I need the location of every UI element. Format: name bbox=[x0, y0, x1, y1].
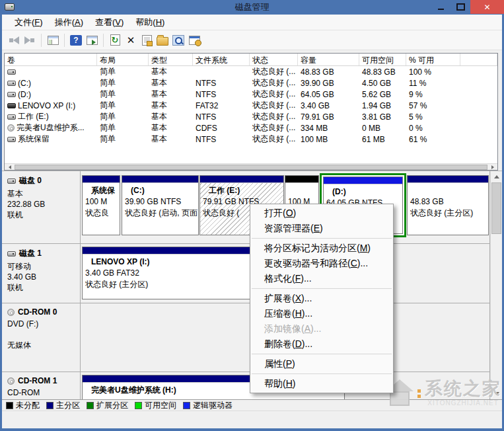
menu-item[interactable]: 帮助(H) bbox=[129, 15, 170, 30]
cell-free: 48.83 GB bbox=[359, 67, 406, 77]
help-icon[interactable]: ? bbox=[69, 34, 83, 47]
disk-0-row: 磁盘 0 基本 232.88 GB 联机 系统保 100 M 状态良 (C:) … bbox=[2, 171, 489, 244]
cdrom-0-row: CD-ROM 0 DVD (F:) 无媒体 bbox=[2, 303, 489, 372]
cell-layout: 简单 bbox=[97, 77, 149, 89]
vertical-scrollbar[interactable] bbox=[490, 171, 501, 399]
disk-status: 无媒体 bbox=[7, 340, 80, 350]
partition-label: 工作 (E:) bbox=[203, 185, 281, 196]
cell-layout: 简单 bbox=[97, 66, 149, 77]
menu-item[interactable]: 查看(V) bbox=[89, 15, 129, 30]
scroll-up-icon[interactable] bbox=[491, 172, 501, 182]
legend-color-swatch bbox=[6, 402, 13, 409]
disk-status: 联机 bbox=[7, 210, 80, 220]
table-row[interactable]: 工作 (E:)简单基本NTFS状态良好 (...79.91 GB3.81 GB5… bbox=[5, 111, 497, 122]
open-folder-icon[interactable] bbox=[156, 34, 169, 47]
table-row[interactable]: (D:)简单基本NTFS状态良好 (...64.05 GB5.62 GB9 % bbox=[5, 89, 497, 100]
cell-pct: 5 % bbox=[406, 112, 460, 122]
context-menu-item[interactable]: 将分区标记为活动分区(M) bbox=[250, 241, 393, 256]
scrollbar-thumb[interactable] bbox=[15, 165, 487, 170]
context-menu-item[interactable]: 属性(P) bbox=[250, 356, 393, 372]
cell-capacity: 79.91 GB bbox=[298, 112, 359, 122]
partition-size: 100 M bbox=[85, 196, 117, 208]
column-header[interactable]: 类型 bbox=[149, 54, 193, 65]
partition-status: 状态良好 (主分区) bbox=[410, 208, 486, 219]
cdrom-1-panel[interactable]: CD-ROM 1 CD-ROM 334 MB bbox=[2, 372, 81, 399]
partition-c[interactable]: (C:) 39.90 GB NTFS 状态良好 (启动, 页面 bbox=[122, 175, 199, 235]
menu-separator bbox=[252, 238, 392, 239]
context-menu-item[interactable]: 压缩卷(H)... bbox=[250, 306, 393, 321]
logical-drive-band bbox=[324, 177, 402, 184]
zoom-icon[interactable] bbox=[172, 34, 185, 47]
cell-name bbox=[5, 69, 97, 75]
legend-color-swatch bbox=[183, 402, 190, 409]
disk-0-panel[interactable]: 磁盘 0 基本 232.88 GB 联机 bbox=[2, 171, 81, 243]
cell-pct: 57 % bbox=[406, 101, 460, 110]
menu-item[interactable]: 操作(A) bbox=[49, 15, 89, 30]
cell-capacity: 39.90 GB bbox=[298, 79, 359, 88]
forward-icon[interactable] bbox=[23, 34, 36, 47]
menu-item[interactable]: 文件(F) bbox=[9, 15, 49, 30]
delete-icon[interactable]: ✕ bbox=[124, 34, 137, 47]
partition-status: 状态良 bbox=[85, 208, 117, 219]
cell-type: 基本 bbox=[149, 111, 193, 122]
column-header[interactable]: 文件系统 bbox=[193, 54, 250, 65]
cell-free: 4.50 GB bbox=[359, 79, 406, 88]
column-header[interactable]: 可用空间 bbox=[359, 54, 406, 65]
cell-pct: 11 % bbox=[406, 79, 460, 88]
table-row[interactable]: LENOVO XP (I:)简单基本FAT32状态良好 (...3.40 GB1… bbox=[5, 100, 497, 111]
column-header[interactable]: 布局 bbox=[97, 54, 149, 65]
disk-status: 联机 bbox=[7, 282, 80, 293]
back-icon[interactable] bbox=[7, 34, 20, 47]
cd-icon bbox=[7, 309, 15, 316]
toolbar: ? ↻ ✕ bbox=[2, 30, 502, 50]
table-row[interactable]: 完美者U盘维护系...简单基本CDFS状态良好 (...334 MB0 MB0 … bbox=[5, 122, 497, 134]
column-header[interactable]: 卷 bbox=[5, 54, 97, 65]
disk-size: 3.40 GB bbox=[7, 272, 80, 282]
cell-type: 基本 bbox=[149, 66, 193, 77]
close-button[interactable]: ✕ bbox=[470, 0, 504, 14]
cell-fs: CDFS bbox=[193, 124, 250, 133]
context-menu-item[interactable]: 资源管理器(E) bbox=[250, 221, 393, 236]
disk-manage-icon[interactable] bbox=[188, 34, 201, 47]
table-row[interactable]: 系统保留简单基本NTFS状态良好 (...100 MB61 MB61 % bbox=[5, 134, 497, 145]
refresh-icon[interactable]: ↻ bbox=[108, 34, 122, 47]
legend-color-swatch bbox=[87, 402, 94, 409]
context-menu-item[interactable]: 删除卷(D)... bbox=[250, 336, 393, 352]
window-border bbox=[0, 15, 2, 431]
scroll-right-icon[interactable] bbox=[487, 164, 497, 170]
action-pane-icon[interactable] bbox=[85, 34, 98, 47]
cell-layout: 简单 bbox=[97, 122, 149, 134]
context-menu-item[interactable]: 帮助(H) bbox=[250, 376, 393, 391]
cell-free: 5.62 GB bbox=[359, 90, 406, 99]
console-tree-icon[interactable] bbox=[46, 34, 59, 47]
window-border bbox=[0, 428, 504, 431]
scroll-left-icon[interactable] bbox=[5, 164, 15, 170]
context-menu-item[interactable]: 打开(O) bbox=[250, 206, 393, 221]
maximize-button[interactable] bbox=[450, 0, 470, 14]
table-row[interactable]: 简单基本状态良好 (...48.83 GB48.83 GB100 % bbox=[5, 66, 497, 77]
column-header[interactable]: 容量 bbox=[298, 54, 359, 65]
table-row[interactable]: (C:)简单基本NTFS状态良好 (...39.90 GB4.50 GB11 % bbox=[5, 77, 497, 89]
legend-color-swatch bbox=[135, 402, 142, 409]
partition-48gb[interactable]: 48.83 GB 状态良好 (主分区) bbox=[407, 175, 489, 235]
column-header[interactable]: 状态 bbox=[250, 54, 298, 65]
disk-1-panel[interactable]: 磁盘 1 可移动 3.40 GB 联机 bbox=[2, 244, 81, 303]
primary-partition-band bbox=[408, 176, 488, 183]
horizontal-scrollbar[interactable] bbox=[5, 163, 497, 170]
cell-status: 状态良好 (... bbox=[250, 100, 298, 111]
context-menu-item[interactable]: 扩展卷(X)... bbox=[250, 291, 393, 306]
context-menu-item[interactable]: 格式化(F)... bbox=[250, 271, 393, 286]
cell-pct: 0 % bbox=[406, 124, 460, 133]
cell-fs: NTFS bbox=[193, 135, 250, 144]
cdrom-0-panel[interactable]: CD-ROM 0 DVD (F:) 无媒体 bbox=[2, 303, 81, 372]
column-header[interactable]: % 可用 bbox=[406, 54, 460, 65]
toolbar-separator bbox=[64, 34, 65, 47]
scrollbar-thumb[interactable] bbox=[491, 182, 501, 234]
partition-system-reserved[interactable]: 系统保 100 M 状态良 bbox=[82, 175, 120, 235]
context-menu-item[interactable]: 更改驱动器号和路径(C)... bbox=[250, 256, 393, 271]
properties-icon[interactable] bbox=[140, 34, 153, 47]
minimize-button[interactable] bbox=[431, 0, 450, 14]
legend-item: 未分配 bbox=[6, 400, 40, 411]
cell-name: 完美者U盘维护系... bbox=[5, 122, 97, 134]
disk-type: 基本 bbox=[7, 188, 80, 199]
